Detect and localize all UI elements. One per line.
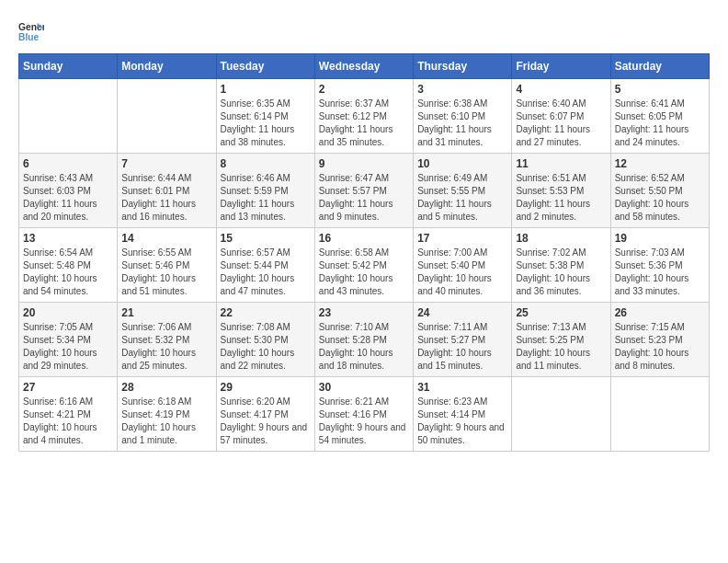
day-detail: Sunrise: 6:43 AM Sunset: 6:03 PM Dayligh… [23,172,113,224]
calendar-cell: 29Sunrise: 6:20 AM Sunset: 4:17 PM Dayli… [216,377,314,452]
day-detail: Sunrise: 6:58 AM Sunset: 5:42 PM Dayligh… [319,247,409,298]
day-detail: Sunrise: 7:13 AM Sunset: 5:25 PM Dayligh… [516,321,606,373]
calendar-cell [118,79,216,154]
calendar-cell: 12Sunrise: 6:52 AM Sunset: 5:50 PM Dayli… [610,154,709,228]
day-detail: Sunrise: 6:54 AM Sunset: 5:48 PM Dayligh… [23,247,113,298]
calendar-header-row: SundayMondayTuesdayWednesdayThursdayFrid… [19,54,710,79]
day-detail: Sunrise: 6:51 AM Sunset: 5:53 PM Dayligh… [516,172,606,224]
day-number: 11 [516,157,606,170]
calendar-cell [19,79,118,154]
day-detail: Sunrise: 6:38 AM Sunset: 6:10 PM Dayligh… [417,98,507,149]
day-number: 23 [319,306,409,319]
day-detail: Sunrise: 6:16 AM Sunset: 4:21 PM Dayligh… [23,396,113,447]
day-number: 30 [319,381,409,394]
day-header-monday: Monday [118,54,216,79]
day-detail: Sunrise: 6:46 AM Sunset: 5:59 PM Dayligh… [221,172,311,224]
calendar-body: 1Sunrise: 6:35 AM Sunset: 6:14 PM Daylig… [19,79,710,452]
day-detail: Sunrise: 6:18 AM Sunset: 4:19 PM Dayligh… [121,396,211,447]
calendar-cell: 6Sunrise: 6:43 AM Sunset: 6:03 PM Daylig… [19,154,118,228]
calendar-week-2: 6Sunrise: 6:43 AM Sunset: 6:03 PM Daylig… [19,154,710,228]
day-detail: Sunrise: 7:11 AM Sunset: 5:27 PM Dayligh… [417,321,507,373]
day-detail: Sunrise: 7:00 AM Sunset: 5:40 PM Dayligh… [417,247,507,298]
page-header: General Blue [18,18,710,44]
calendar-cell: 8Sunrise: 6:46 AM Sunset: 5:59 PM Daylig… [216,154,314,228]
calendar-week-1: 1Sunrise: 6:35 AM Sunset: 6:14 PM Daylig… [19,79,710,154]
calendar-cell: 7Sunrise: 6:44 AM Sunset: 6:01 PM Daylig… [118,154,216,228]
day-detail: Sunrise: 6:35 AM Sunset: 6:14 PM Dayligh… [221,98,311,149]
calendar-cell: 15Sunrise: 6:57 AM Sunset: 5:44 PM Dayli… [216,228,314,303]
day-detail: Sunrise: 6:37 AM Sunset: 6:12 PM Dayligh… [319,98,409,149]
calendar-week-4: 20Sunrise: 7:05 AM Sunset: 5:34 PM Dayli… [19,303,710,377]
day-number: 22 [221,306,311,319]
calendar-cell: 26Sunrise: 7:15 AM Sunset: 5:23 PM Dayli… [610,303,709,377]
calendar-cell: 16Sunrise: 6:58 AM Sunset: 5:42 PM Dayli… [314,228,413,303]
day-number: 8 [221,157,311,170]
calendar-cell: 4Sunrise: 6:40 AM Sunset: 6:07 PM Daylig… [512,79,610,154]
day-detail: Sunrise: 6:47 AM Sunset: 5:57 PM Dayligh… [319,172,409,224]
calendar-table: SundayMondayTuesdayWednesdayThursdayFrid… [18,53,710,452]
day-number: 2 [319,83,409,96]
day-number: 24 [417,306,507,319]
day-detail: Sunrise: 6:52 AM Sunset: 5:50 PM Dayligh… [615,172,705,224]
logo: General Blue [18,18,44,44]
day-number: 10 [417,157,507,170]
calendar-cell [610,377,709,452]
day-detail: Sunrise: 6:41 AM Sunset: 6:05 PM Dayligh… [615,98,705,149]
day-number: 18 [516,232,606,245]
calendar-cell: 3Sunrise: 6:38 AM Sunset: 6:10 PM Daylig… [414,79,512,154]
day-number: 6 [23,157,113,170]
calendar-cell: 25Sunrise: 7:13 AM Sunset: 5:25 PM Dayli… [512,303,610,377]
calendar-cell: 22Sunrise: 7:08 AM Sunset: 5:30 PM Dayli… [216,303,314,377]
day-detail: Sunrise: 6:55 AM Sunset: 5:46 PM Dayligh… [121,247,211,298]
day-detail: Sunrise: 6:23 AM Sunset: 4:14 PM Dayligh… [417,396,507,447]
day-number: 17 [417,232,507,245]
calendar-cell [512,377,610,452]
calendar-cell: 9Sunrise: 6:47 AM Sunset: 5:57 PM Daylig… [314,154,413,228]
day-detail: Sunrise: 6:40 AM Sunset: 6:07 PM Dayligh… [516,98,606,149]
day-detail: Sunrise: 6:21 AM Sunset: 4:16 PM Dayligh… [319,396,409,447]
day-header-wednesday: Wednesday [314,54,413,79]
day-detail: Sunrise: 7:03 AM Sunset: 5:36 PM Dayligh… [615,247,705,298]
day-number: 27 [23,381,113,394]
day-header-thursday: Thursday [414,54,512,79]
calendar-cell: 13Sunrise: 6:54 AM Sunset: 5:48 PM Dayli… [19,228,118,303]
day-header-saturday: Saturday [610,54,709,79]
calendar-cell: 21Sunrise: 7:06 AM Sunset: 5:32 PM Dayli… [118,303,216,377]
day-number: 21 [121,306,211,319]
calendar-cell: 24Sunrise: 7:11 AM Sunset: 5:27 PM Dayli… [414,303,512,377]
calendar-cell: 5Sunrise: 6:41 AM Sunset: 6:05 PM Daylig… [610,79,709,154]
calendar-cell: 19Sunrise: 7:03 AM Sunset: 5:36 PM Dayli… [610,228,709,303]
day-detail: Sunrise: 7:05 AM Sunset: 5:34 PM Dayligh… [23,321,113,373]
calendar-week-3: 13Sunrise: 6:54 AM Sunset: 5:48 PM Dayli… [19,228,710,303]
day-number: 28 [121,381,211,394]
day-detail: Sunrise: 7:08 AM Sunset: 5:30 PM Dayligh… [221,321,311,373]
day-header-friday: Friday [512,54,610,79]
calendar-cell: 30Sunrise: 6:21 AM Sunset: 4:16 PM Dayli… [314,377,413,452]
calendar-cell: 1Sunrise: 6:35 AM Sunset: 6:14 PM Daylig… [216,79,314,154]
day-number: 15 [221,232,311,245]
day-detail: Sunrise: 7:10 AM Sunset: 5:28 PM Dayligh… [319,321,409,373]
svg-text:Blue: Blue [18,32,40,42]
day-header-sunday: Sunday [19,54,118,79]
logo-icon: General Blue [18,18,44,44]
day-number: 3 [417,83,507,96]
calendar-cell: 20Sunrise: 7:05 AM Sunset: 5:34 PM Dayli… [19,303,118,377]
day-number: 9 [319,157,409,170]
day-detail: Sunrise: 7:15 AM Sunset: 5:23 PM Dayligh… [615,321,705,373]
calendar-cell: 23Sunrise: 7:10 AM Sunset: 5:28 PM Dayli… [314,303,413,377]
calendar-cell: 14Sunrise: 6:55 AM Sunset: 5:46 PM Dayli… [118,228,216,303]
calendar-week-5: 27Sunrise: 6:16 AM Sunset: 4:21 PM Dayli… [19,377,710,452]
day-number: 25 [516,306,606,319]
day-detail: Sunrise: 6:57 AM Sunset: 5:44 PM Dayligh… [221,247,311,298]
day-number: 12 [615,157,705,170]
day-number: 7 [121,157,211,170]
day-number: 26 [615,306,705,319]
calendar-cell: 28Sunrise: 6:18 AM Sunset: 4:19 PM Dayli… [118,377,216,452]
day-header-tuesday: Tuesday [216,54,314,79]
day-detail: Sunrise: 7:06 AM Sunset: 5:32 PM Dayligh… [121,321,211,373]
calendar-cell: 18Sunrise: 7:02 AM Sunset: 5:38 PM Dayli… [512,228,610,303]
day-number: 29 [221,381,311,394]
day-number: 4 [516,83,606,96]
day-number: 5 [615,83,705,96]
calendar-cell: 11Sunrise: 6:51 AM Sunset: 5:53 PM Dayli… [512,154,610,228]
